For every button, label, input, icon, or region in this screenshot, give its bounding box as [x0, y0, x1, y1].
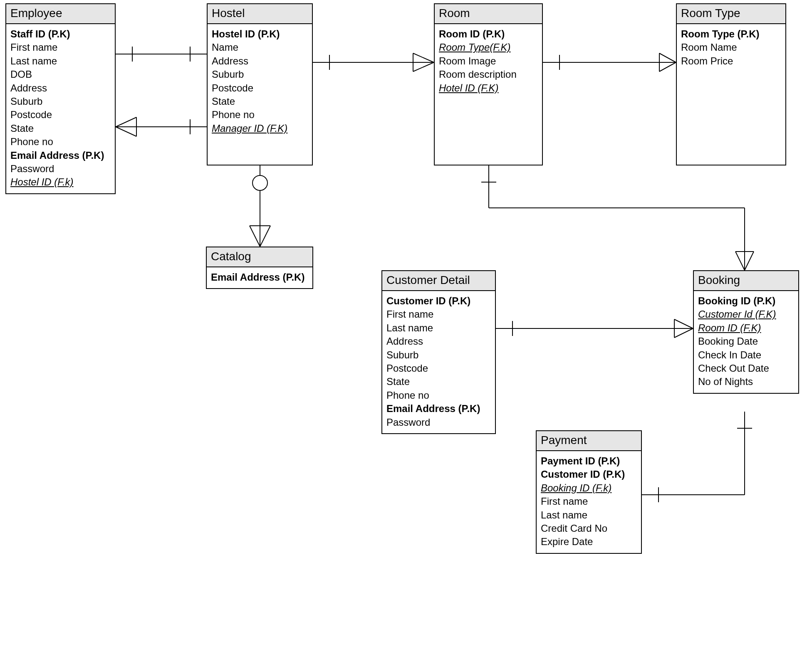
entity-attribute: Last name — [386, 321, 491, 335]
entity-attribute: Email Address (P.K) — [211, 271, 308, 284]
entity-booking: Booking Booking ID (P.K)Customer Id (F.K… — [693, 270, 799, 394]
entity-body: Hostel ID (P.K)NameAddressSuburbPostcode… — [208, 24, 312, 139]
entity-attribute: State — [212, 95, 308, 108]
entity-attribute: Postcode — [10, 108, 111, 121]
entity-attribute: Staff ID (P.K) — [10, 27, 111, 41]
entity-attribute: Suburb — [212, 68, 308, 81]
entity-attribute: State — [386, 375, 491, 388]
entity-attribute: Room Image — [439, 54, 538, 68]
entity-attribute: Email Address (P.K) — [386, 402, 491, 415]
entity-attribute: Customer Id (F.K) — [698, 308, 794, 321]
entity-attribute: State — [10, 122, 111, 135]
entity-employee: Employee Staff ID (P.K)First nameLast na… — [5, 3, 116, 194]
entity-body: Staff ID (P.K)First nameLast nameDOBAddr… — [6, 24, 115, 193]
entity-title: Payment — [537, 431, 641, 451]
entity-attribute: Name — [212, 41, 308, 54]
entity-payment: Payment Payment ID (P.K)Customer ID (P.K… — [536, 430, 642, 554]
entity-attribute: Address — [386, 335, 491, 348]
entity-attribute: Phone no — [386, 389, 491, 402]
entity-attribute: Room Type(F.K) — [439, 41, 538, 54]
entity-attribute: Last name — [541, 508, 637, 522]
entity-attribute: Check In Date — [698, 348, 794, 362]
entity-attribute: First name — [541, 495, 637, 508]
entity-title: Employee — [6, 4, 115, 24]
entity-attribute: Password — [10, 162, 111, 175]
entity-catalog: Catalog Email Address (P.K) — [206, 247, 313, 289]
entity-attribute: Room Price — [681, 54, 781, 68]
entity-attribute: Payment ID (P.K) — [541, 454, 637, 468]
entity-body: Payment ID (P.K)Customer ID (P.K)Booking… — [537, 451, 641, 553]
entity-attribute: DOB — [10, 68, 111, 81]
entity-attribute: Manager ID (F.K) — [212, 122, 308, 135]
entity-attribute: Booking Date — [698, 335, 794, 348]
entity-body: Booking ID (P.K)Customer Id (F.K)Room ID… — [694, 291, 798, 393]
entity-attribute: Email Address (P.K) — [10, 149, 111, 162]
entity-attribute: Address — [10, 81, 111, 95]
er-diagram-canvas: Employee Staff ID (P.K)First nameLast na… — [0, 0, 812, 654]
entity-hostel: Hostel Hostel ID (P.K)NameAddressSuburbP… — [207, 3, 313, 165]
entity-attribute: Postcode — [386, 362, 491, 375]
entity-title: Booking — [694, 271, 798, 291]
entity-attribute: Hotel ID (F.K) — [439, 81, 538, 95]
entity-attribute: Room Name — [681, 41, 781, 54]
entity-attribute: Credit Card No — [541, 522, 637, 535]
entity-body: Customer ID (P.K)First nameLast nameAddr… — [382, 291, 495, 433]
entity-attribute: Hostel ID (P.K) — [212, 27, 308, 41]
entity-attribute: Room ID (F.K) — [698, 321, 794, 335]
entity-title: Room Type — [677, 4, 785, 24]
entity-title: Customer Detail — [382, 271, 495, 291]
entity-attribute: Booking ID (P.K) — [698, 294, 794, 308]
entity-attribute: Customer ID (P.K) — [386, 294, 491, 308]
entity-customer: Customer Detail Customer ID (P.K)First n… — [381, 270, 496, 434]
entity-attribute: First name — [10, 41, 111, 54]
entity-attribute: Last name — [10, 54, 111, 68]
entity-attribute: Password — [386, 416, 491, 429]
entity-attribute: Check Out Date — [698, 362, 794, 375]
entity-attribute: Booking ID (F.k) — [541, 481, 637, 495]
entity-body: Room Type (P.K)Room NameRoom Price — [677, 24, 785, 72]
entity-attribute: Room description — [439, 68, 538, 81]
entity-attribute: Phone no — [212, 108, 308, 121]
entity-attribute: Room ID (P.K) — [439, 27, 538, 41]
entity-attribute: Postcode — [212, 81, 308, 95]
entity-attribute: Hostel ID (F.k) — [10, 175, 111, 189]
entity-title: Catalog — [207, 247, 312, 267]
entity-title: Hostel — [208, 4, 312, 24]
entity-attribute: Phone no — [10, 135, 111, 148]
entity-room: Room Room ID (P.K)Room Type(F.K)Room Ima… — [434, 3, 543, 165]
entity-attribute: Suburb — [386, 348, 491, 362]
entity-roomtype: Room Type Room Type (P.K)Room NameRoom P… — [676, 3, 786, 165]
entity-attribute: Suburb — [10, 95, 111, 108]
svg-point-7 — [253, 175, 267, 190]
entity-body: Email Address (P.K) — [207, 267, 312, 288]
entity-body: Room ID (P.K)Room Type(F.K)Room ImageRoo… — [435, 24, 542, 99]
entity-attribute: Room Type (P.K) — [681, 27, 781, 41]
entity-title: Room — [435, 4, 542, 24]
entity-attribute: No of Nights — [698, 375, 794, 388]
entity-attribute: Customer ID (P.K) — [541, 468, 637, 481]
entity-attribute: Expire Date — [541, 535, 637, 548]
entity-attribute: First name — [386, 308, 491, 321]
entity-attribute: Address — [212, 54, 308, 68]
